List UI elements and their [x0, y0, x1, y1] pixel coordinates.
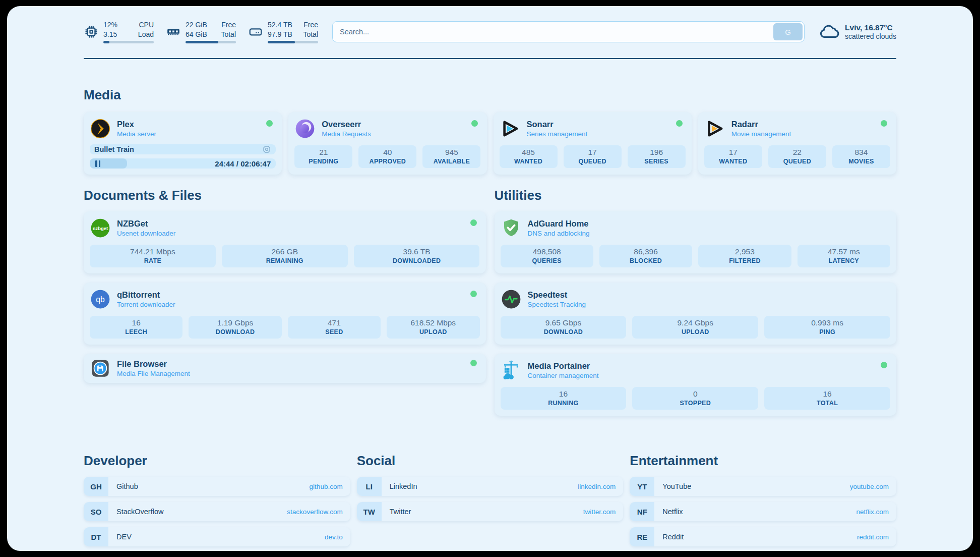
search-engine-button[interactable]: G: [773, 23, 803, 40]
stat-value: 834: [834, 148, 888, 157]
pause-button[interactable]: [95, 160, 100, 167]
bookmark-reddit[interactable]: RE Reddit reddit.com: [630, 527, 896, 546]
stat-label: WANTED: [502, 158, 556, 165]
bookmark-url[interactable]: dev.to: [325, 533, 343, 541]
section-title-media: Media: [84, 87, 896, 103]
bookmark-name: Reddit: [662, 533, 684, 541]
playback-progress-bar[interactable]: 24:44 / 02:06:47: [90, 158, 276, 169]
stat-box: 39.6 TB DOWNLOADED: [354, 245, 480, 267]
stat-label: DOWNLOAD: [191, 328, 279, 336]
cpu-labels: CPU Load: [138, 20, 154, 38]
bookmark-url[interactable]: linkedin.com: [578, 483, 616, 490]
search-input[interactable]: [332, 21, 805, 42]
bookmark-abbr: RE: [630, 527, 654, 546]
cpu-icon: [84, 24, 99, 39]
stat-label: WANTED: [706, 158, 760, 165]
bookmark-url[interactable]: netflix.com: [856, 508, 889, 516]
service-card-qbittorrent[interactable]: qb qBittorrent Torrent downloader 16 LEE…: [84, 283, 486, 345]
bookmark-url[interactable]: stackoverflow.com: [287, 508, 342, 516]
service-subtitle: DNS and adblocking: [528, 229, 891, 238]
stat-box: 945 AVAILABLE: [422, 145, 480, 168]
service-card-plex[interactable]: Plex Media server Bullet Train 24:44 / 0: [84, 112, 282, 175]
bookmark-abbr: YT: [630, 477, 654, 496]
bookmark-abbr: LI: [357, 477, 382, 496]
bookmark-url[interactable]: reddit.com: [857, 533, 889, 541]
stat-value: 744.21 Mbps: [92, 247, 214, 256]
stat-value: 39.6 TB: [356, 247, 478, 256]
stat-box: 498,508 QUERIES: [501, 245, 593, 267]
bookmark-name: DEV: [116, 533, 132, 541]
service-stats: 485 WANTED 17 QUEUED 196 SERIES: [500, 145, 686, 168]
bookmark-name: LinkedIn: [390, 482, 417, 490]
stat-box: 9.24 Gbps UPLOAD: [632, 316, 758, 339]
cpu-stat: 12% 3.15 CPU Load: [84, 20, 154, 43]
stat-box: 16 LEECH: [90, 316, 182, 339]
service-card-filebrowser[interactable]: File Browser Media File Management: [84, 354, 486, 383]
media-card-row: Plex Media server Bullet Train 24:44 / 0: [84, 112, 896, 175]
stat-label: SEED: [290, 328, 379, 336]
stat-label: BLOCKED: [601, 257, 690, 264]
bookmark-linkedin[interactable]: LI LinkedIn linkedin.com: [357, 477, 624, 496]
bookmark-github[interactable]: GH Github github.com: [84, 477, 350, 496]
service-title: File Browser: [117, 359, 464, 369]
bookmark-url[interactable]: twitter.com: [583, 508, 616, 516]
service-title: Speedtest: [528, 290, 891, 300]
bookmark-dev[interactable]: DT DEV dev.to: [84, 527, 350, 546]
section-title-utilities: Utilities: [495, 188, 897, 203]
stat-value: 21: [296, 148, 350, 157]
stat-value: 9.24 Gbps: [634, 318, 756, 327]
section-title-developer: Developer: [84, 453, 350, 469]
video-session-icon[interactable]: [262, 145, 271, 154]
service-card-sonarr[interactable]: Sonarr Series management 485 WANTED 17 Q…: [494, 112, 692, 175]
bookmark-youtube[interactable]: YT YouTube youtube.com: [630, 477, 896, 496]
stat-value: 266 GB: [224, 247, 346, 256]
stat-value: 17: [706, 148, 760, 157]
service-card-radarr[interactable]: Radarr Movie management 17 WANTED 22 QUE…: [698, 112, 896, 175]
utilities-column: Utilities AdGuard Home: [495, 188, 897, 425]
service-title: AdGuard Home: [528, 218, 891, 229]
service-subtitle: Media server: [117, 130, 260, 139]
stat-label: LEECH: [92, 328, 180, 336]
service-card-nzbget[interactable]: nzbget NZBGet Usenet downloader 744.21 M…: [84, 211, 486, 273]
status-dot: [470, 360, 477, 366]
status-dot: [676, 120, 683, 127]
stat-label: UPLOAD: [634, 328, 756, 336]
cpu-progress-fill: [103, 41, 109, 43]
weather-condition: scattered clouds: [845, 32, 896, 40]
bookmark-name: Twitter: [390, 508, 411, 516]
service-card-speedtest[interactable]: Speedtest Speedtest Tracking 9.65 Gbps D…: [495, 283, 897, 345]
ram-free: 22 GiB: [186, 20, 207, 29]
now-playing-title: Bullet Train: [94, 145, 262, 153]
section-title-entertainment: Entertainment: [630, 453, 896, 469]
status-dot: [471, 120, 478, 127]
bookmark-url[interactable]: github.com: [310, 483, 343, 490]
stat-value: 17: [566, 148, 620, 157]
stat-value: 47.57 ms: [800, 247, 888, 256]
stat-box: 9.65 Gbps DOWNLOAD: [501, 316, 627, 339]
bookmark-twitter[interactable]: TW Twitter twitter.com: [357, 502, 624, 521]
top-bar: 12% 3.15 CPU Load: [84, 19, 896, 45]
cpu-progress-track: [103, 41, 154, 43]
service-card-portainer[interactable]: Media Portainer Container management 16 …: [495, 354, 897, 416]
bookmark-url[interactable]: youtube.com: [850, 483, 889, 490]
stat-label: FILTERED: [700, 257, 789, 264]
disk-progress-track: [268, 41, 318, 43]
stat-label: SERIES: [630, 158, 684, 165]
stat-label: QUEUED: [770, 158, 824, 165]
stat-value: 2,953: [700, 247, 789, 256]
stat-box: 485 WANTED: [500, 145, 558, 168]
stat-box: 1.19 Gbps DOWNLOAD: [189, 316, 281, 339]
service-title: NZBGet: [117, 218, 464, 229]
service-stats: 16 RUNNING 0 STOPPED 16 TOTAL: [501, 387, 891, 410]
stat-box: 834 MOVIES: [832, 145, 890, 168]
stat-label: LATENCY: [800, 257, 888, 264]
bookmark-stackoverflow[interactable]: SO StackOverflow stackoverflow.com: [84, 502, 350, 521]
stat-label: UPLOAD: [389, 328, 477, 336]
service-card-overseerr[interactable]: Overseerr Media Requests 21 PENDING 40 A…: [288, 112, 486, 175]
service-card-adguard[interactable]: AdGuard Home DNS and adblocking 498,508 …: [495, 211, 897, 273]
stat-box: 618.52 Mbps UPLOAD: [387, 316, 479, 339]
bookmark-netflix[interactable]: NF Netflix netflix.com: [630, 502, 896, 521]
stat-box: 40 APPROVED: [358, 145, 416, 168]
speedtest-icon: [501, 289, 522, 310]
disk-total: 97.9 TB: [268, 30, 292, 39]
